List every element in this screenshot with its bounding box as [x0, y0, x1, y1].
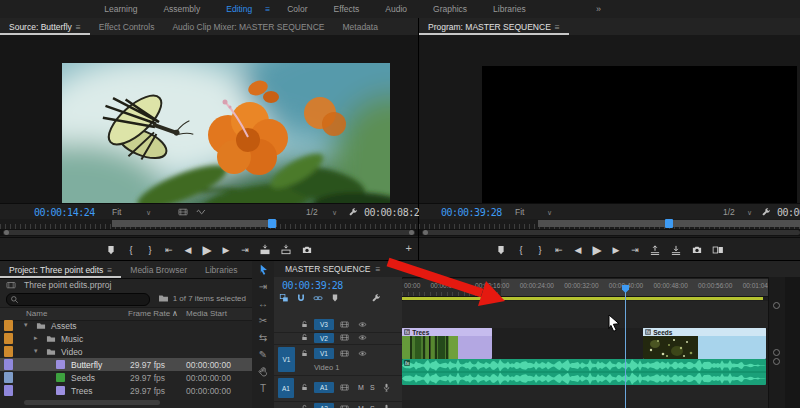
program-zoom-scrollbar[interactable]: [419, 229, 800, 236]
mark-in-button[interactable]: {: [126, 245, 136, 255]
go-to-in-button[interactable]: ⇤: [554, 245, 564, 255]
workspace-menu-icon[interactable]: ≡: [265, 0, 274, 18]
step-forward-button[interactable]: ▶: [221, 245, 231, 255]
hand-tool[interactable]: [252, 363, 274, 380]
mark-out-button[interactable]: }: [145, 245, 155, 255]
add-marker-button[interactable]: [495, 244, 507, 256]
project-row-trees[interactable]: Trees29.97 fps00:00:00:00: [0, 384, 252, 397]
selection-tool[interactable]: [252, 261, 274, 278]
source-video-frame[interactable]: [62, 63, 390, 217]
column-frame-rate[interactable]: Frame Rate: [128, 309, 170, 318]
workspace-overflow-chevron[interactable]: »: [596, 0, 601, 18]
lock-icon[interactable]: [300, 383, 309, 392]
source-zoom-select[interactable]: Fit: [112, 207, 121, 217]
track-name-v3[interactable]: V3: [314, 319, 334, 330]
app-tab-learning[interactable]: Learning: [91, 0, 150, 18]
linked-selection-button[interactable]: [313, 293, 323, 303]
program-viewer[interactable]: [419, 35, 800, 203]
source-zoom-caret-icon[interactable]: ∨: [146, 209, 151, 217]
comparison-view-button[interactable]: [712, 244, 724, 256]
type-tool[interactable]: T: [252, 380, 274, 397]
track-v1-content[interactable]: fx Trees fx: [402, 328, 768, 360]
sync-lock-icon[interactable]: [340, 349, 349, 358]
project-row-butterfly[interactable]: Butterfly29.97 fps00:00:00:00: [0, 358, 252, 371]
sync-lock-icon[interactable]: [340, 333, 349, 342]
project-row-video[interactable]: ▾Video: [0, 345, 252, 358]
tab-source-butterfly[interactable]: Source: Butterfly≡: [0, 19, 90, 35]
project-row-assets[interactable]: ▾Assets: [0, 319, 252, 332]
app-tab-assembly[interactable]: Assembly: [150, 0, 213, 18]
voiceover-mic-icon[interactable]: [382, 404, 391, 408]
track-select-forward-tool[interactable]: ⇥: [252, 278, 274, 295]
drag-audio-only-button[interactable]: [196, 207, 206, 217]
ripple-edit-tool[interactable]: ↔: [252, 295, 274, 312]
track-header-v3[interactable]: V3: [274, 317, 402, 333]
step-back-button[interactable]: ◀: [183, 245, 193, 255]
timeline-timecode[interactable]: 00:00:39:28: [282, 280, 343, 291]
audio-clip[interactable]: fx: [402, 359, 766, 385]
timeline-track-area[interactable]: 00:0000:00:08:0000:00:16:0000:00:24:0000…: [402, 277, 768, 408]
panel-menu-icon[interactable]: ≡: [76, 22, 81, 32]
snap-button[interactable]: [296, 293, 306, 303]
source-zoom-scrollbar[interactable]: [0, 229, 418, 236]
lift-button[interactable]: [649, 244, 661, 256]
track-name-v1[interactable]: V1: [314, 348, 334, 359]
extract-button[interactable]: [670, 244, 682, 256]
track-name-a1[interactable]: A1: [314, 382, 334, 393]
program-settings-wrench-icon[interactable]: [761, 207, 771, 217]
go-to-out-button[interactable]: ⇥: [630, 245, 640, 255]
source-mini-ruler[interactable]: [0, 219, 418, 229]
source-patch-a1[interactable]: A1: [278, 378, 294, 398]
clip-trees[interactable]: fx Trees: [402, 328, 492, 359]
track-header-a2[interactable]: A2 M S: [274, 401, 402, 408]
go-to-in-button[interactable]: ⇤: [164, 245, 174, 255]
track-a1-content[interactable]: fx: [402, 359, 768, 386]
project-horizontal-scrollbar[interactable]: [24, 400, 160, 405]
voiceover-mic-icon[interactable]: [382, 383, 391, 392]
lock-icon[interactable]: [300, 333, 309, 342]
track-header-v1[interactable]: V1 V1 Video 1: [274, 344, 402, 376]
track-output-eye-icon[interactable]: [358, 333, 367, 342]
timeline-vertical-scrollbar[interactable]: [768, 277, 786, 408]
panel-menu-icon[interactable]: ≡: [376, 264, 381, 274]
tab-metadata[interactable]: Metadata: [334, 19, 387, 35]
app-tab-libraries[interactable]: Libraries: [480, 0, 539, 18]
lock-icon[interactable]: [300, 404, 309, 408]
expander-icon[interactable]: ▾: [34, 347, 38, 355]
source-resolution-caret-icon[interactable]: ∨: [332, 209, 337, 217]
razor-tool[interactable]: ✂: [252, 312, 274, 329]
source-playhead-handle[interactable]: [268, 219, 276, 228]
app-tab-color[interactable]: Color: [274, 0, 320, 18]
source-patch-v1[interactable]: V1: [278, 347, 295, 372]
search-input[interactable]: [6, 293, 150, 306]
track-a2-content[interactable]: [402, 385, 768, 401]
expander-icon[interactable]: ▾: [24, 321, 28, 329]
tab-project-three-point-edits[interactable]: Project: Three point edits≡: [0, 262, 121, 278]
insert-overwrite-nest-button[interactable]: [279, 293, 289, 303]
source-inout-band[interactable]: [112, 220, 277, 227]
add-marker-button[interactable]: [105, 244, 117, 256]
clip-seeds[interactable]: fx Seeds: [643, 328, 766, 359]
timeline-ruler[interactable]: 00:0000:00:08:0000:00:16:0000:00:24:0000…: [402, 279, 768, 297]
overwrite-button[interactable]: [280, 244, 292, 256]
app-tab-editing[interactable]: Editing: [213, 0, 265, 18]
slip-tool[interactable]: ⇆: [252, 329, 274, 346]
tab-libraries[interactable]: Libraries: [196, 262, 247, 278]
track-name-v2[interactable]: V2: [314, 333, 334, 343]
add-marker-button[interactable]: [330, 293, 340, 303]
column-name[interactable]: Name: [26, 309, 47, 318]
tab-media-browser[interactable]: Media Browser: [121, 262, 196, 278]
button-editor-button[interactable]: +: [406, 242, 412, 254]
project-row-seeds[interactable]: Seeds29.97 fps00:00:00:00: [0, 371, 252, 384]
sync-lock-icon[interactable]: [340, 404, 349, 408]
new-bin-icon[interactable]: [158, 293, 169, 304]
timeline-settings-button[interactable]: [371, 293, 381, 303]
source-playback-resolution[interactable]: 1/2: [306, 207, 318, 217]
pen-tool[interactable]: ✎: [252, 346, 274, 363]
step-back-button[interactable]: ◀: [573, 245, 583, 255]
program-zoom-select[interactable]: Fit: [515, 207, 524, 217]
tab-master-sequence[interactable]: MASTER SEQUENCE≡: [285, 264, 380, 274]
panel-menu-icon[interactable]: ≡: [107, 265, 112, 275]
panel-menu-icon[interactable]: ≡: [555, 22, 560, 32]
project-row-music[interactable]: ▸Music: [0, 332, 252, 345]
